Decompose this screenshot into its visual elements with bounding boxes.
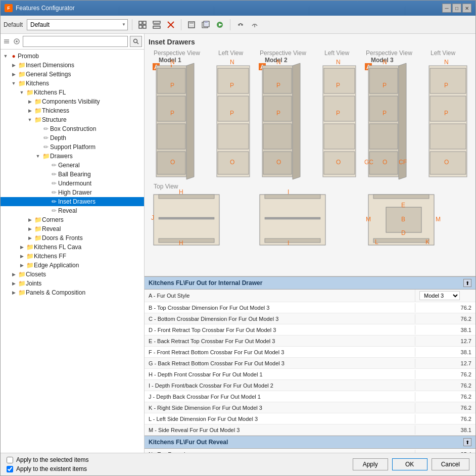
tree-item-high-drawer[interactable]: ✏ High Drawer	[1, 188, 144, 197]
prop-value-J: 76.2	[415, 392, 475, 401]
magnifier-icon	[133, 38, 139, 44]
search-input[interactable]	[23, 36, 128, 47]
toolbar-delete-button[interactable]	[165, 19, 177, 31]
icon-panels-comp: 📁	[18, 289, 26, 297]
tree-item-ball-bearing[interactable]: ✏ Ball Bearing	[1, 170, 144, 179]
tree-item-reveal2[interactable]: ▶ 📁 Reveal	[1, 224, 144, 233]
toolbar-grid1-button[interactable]	[136, 19, 149, 31]
prop-row-I: I - Depth Front/back Crossbar For Fur Ou…	[145, 380, 475, 391]
tree-item-kitchens-fl-cava[interactable]: ▶ 📁 Kitchens FL Cava	[1, 243, 144, 252]
tree-item-corners[interactable]: ▶ 📁 Corners	[1, 215, 144, 224]
tree-item-drawers[interactable]: ▼ 📁 Drawers	[1, 152, 144, 161]
label-edge-application: Edge Application	[34, 262, 79, 269]
svg-rect-98	[265, 239, 320, 243]
tree-item-general-settings[interactable]: ▶ 📁 General Settings	[1, 70, 144, 79]
apply-existent-label: Apply to the existent items	[16, 465, 87, 472]
label-general: General	[58, 162, 80, 169]
minimize-button[interactable]: ─	[442, 4, 451, 13]
tree-item-general[interactable]: ✏ General	[1, 161, 144, 170]
tree-item-kitchens-ff[interactable]: ▶ 📁 Kitchens FF	[1, 252, 144, 261]
svg-rect-2	[139, 25, 142, 28]
toolbar-save2-button[interactable]	[200, 19, 212, 31]
prop-name-E: E - Back Retract Top Crossbar For Fur Ou…	[145, 337, 415, 346]
top-view-model2: I I	[260, 188, 325, 247]
svg-text:N: N	[230, 59, 234, 66]
tree-item-inset-drawers[interactable]: ✏ Inset Drawers	[1, 197, 144, 206]
expander-kitchens-ff: ▶	[18, 252, 26, 260]
properties-panel: Kitchens FL\Fur Out for Internal Drawer …	[145, 276, 475, 453]
apply-existent-checkbox[interactable]	[7, 466, 13, 472]
expander-edge-application: ▶	[18, 261, 26, 269]
svg-rect-3	[143, 25, 146, 28]
apply-selected-row: Apply to the selected items	[7, 456, 88, 463]
prop-select-A[interactable]: Model 1 Model 2 Model 3	[419, 291, 460, 300]
svg-text:N: N	[336, 59, 341, 66]
icon-support-platform: ✏	[42, 143, 50, 151]
svg-rect-92	[159, 217, 214, 219]
svg-rect-89	[154, 195, 219, 245]
toolbar-save1-button[interactable]	[185, 19, 198, 31]
tree-item-closets[interactable]: ▶ 📁 Closets	[1, 270, 144, 279]
section2-title: Kitchens FL\Fur Out Reveal	[149, 439, 228, 446]
tree-item-support-platform[interactable]: ✏ Support Platform	[1, 142, 144, 152]
prop-name-H: H - Depth Front Crossbar For Fur Out Mod…	[145, 370, 415, 379]
tree-item-comp-vis[interactable]: ▶ 📁 Components Visibility	[1, 97, 144, 106]
apply-button[interactable]: Apply	[353, 458, 388, 470]
tree-item-doors-fronts[interactable]: ▶ 📁 Doors & Fronts	[1, 233, 144, 243]
svg-text:P: P	[276, 110, 280, 117]
toolbar-link1-button[interactable]	[234, 19, 247, 31]
icon-promob: ●	[10, 52, 18, 60]
tree-item-thickness[interactable]: ▶ 📁 Thickness	[1, 106, 144, 115]
tree-item-undermount[interactable]: ✏ Undermount	[1, 179, 144, 188]
label-kitchens-ff: Kitchens FF	[34, 253, 66, 260]
tree-item-panels-comp[interactable]: ▶ 📁 Panels & Composition	[1, 288, 144, 297]
tree-item-insert-dim[interactable]: ▶ 📁 Insert Dimensions	[1, 61, 144, 70]
prop-name-G: G - Back Retract Bottom Crossbar For Fur…	[145, 359, 415, 368]
cancel-button[interactable]: Cancel	[432, 458, 469, 470]
expander-insert-dim: ▶	[10, 61, 18, 69]
svg-text:J: J	[151, 214, 154, 221]
tree-item-edge-application[interactable]: ▶ 📁 Edge Application	[1, 261, 144, 270]
toolbar-grid2-button[interactable]	[151, 19, 163, 31]
label-support-platform: Support Platform	[50, 144, 96, 151]
toolbar-run-button[interactable]	[214, 19, 226, 31]
svg-rect-90	[159, 195, 214, 199]
grid2-icon	[153, 21, 161, 29]
icon-kitchens-fl-cava: 📁	[26, 243, 34, 251]
section2-collapse-btn[interactable]: ⬆	[463, 438, 471, 446]
maximize-button[interactable]: □	[452, 4, 461, 13]
toolbar-link2-button[interactable]	[249, 19, 261, 31]
tree-item-depth[interactable]: ✏ Depth	[1, 133, 144, 142]
svg-text:E: E	[401, 202, 405, 209]
buttons-row: Apply OK Cancel	[353, 458, 469, 470]
prop-value-I: 76.2	[415, 381, 475, 390]
svg-text:N: N	[444, 59, 449, 66]
svg-text:O: O	[276, 159, 281, 166]
svg-rect-51	[263, 96, 292, 121]
section1-header: Kitchens FL\Fur Out for Internal Drawer …	[145, 276, 475, 290]
section1-collapse-btn[interactable]: ⬆	[463, 279, 471, 287]
tree-item-kitchens[interactable]: ▼ 📁 Kitchens	[1, 79, 144, 88]
left-view-label-2: Left View	[324, 50, 349, 57]
tree-item-structure[interactable]: ▼ 📁 Structure	[1, 115, 144, 124]
svg-text:H: H	[179, 188, 183, 196]
apply-selected-checkbox[interactable]	[7, 457, 13, 463]
svg-text:P: P	[170, 82, 174, 89]
label-comp-vis: Components Visibility	[42, 98, 100, 105]
tree-item-box-construction[interactable]: ✏ Box Construction	[1, 124, 144, 133]
prop-name-A: A - Fur Out Style	[145, 291, 415, 300]
prop-row-M: M - Side Reveal For Fur Out Model 3 38.1	[145, 424, 475, 436]
close-button[interactable]: ✕	[462, 4, 471, 13]
svg-text:O: O	[170, 159, 175, 166]
svg-text:N: N	[170, 59, 175, 66]
tree-item-promob[interactable]: ▼ ● Promob	[1, 52, 144, 61]
profile-dropdown[interactable]: Default	[27, 19, 128, 30]
expander-general-settings: ▶	[10, 70, 18, 78]
ok-button[interactable]: OK	[392, 458, 427, 470]
tree-item-reveal-drawer[interactable]: ✏ Reveal	[1, 206, 144, 215]
icon-box-construction: ✏	[42, 125, 50, 133]
tree-item-kitchens-fl[interactable]: ▼ 📁 Kitchens FL	[1, 88, 144, 97]
search-button[interactable]	[130, 36, 142, 47]
tree-item-joints[interactable]: ▶ 📁 Joints	[1, 279, 144, 288]
svg-text:H: H	[179, 240, 183, 247]
